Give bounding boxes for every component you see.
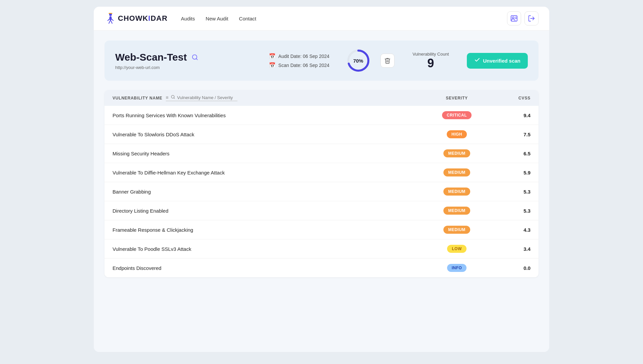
row-severity: LOW (423, 245, 490, 253)
row-severity: MEDIUM (423, 168, 490, 176)
app-container: CHOWKIDAR Audits New Audit Contact (94, 7, 549, 352)
row-cvss: 4.3 (490, 227, 530, 233)
trash-icon (384, 57, 391, 64)
audit-date-label: Audit Date: 06 Sep 2024 (278, 54, 330, 59)
svg-line-5 (111, 20, 112, 23)
search-icon (171, 95, 175, 100)
row-cvss: 5.9 (490, 170, 530, 175)
profile-icon (510, 15, 518, 22)
table-row[interactable]: Ports Running Services With Known Vulner… (104, 106, 539, 125)
row-vuln-name: Frameable Response & Clickjacking (113, 227, 423, 233)
progress-circle: 70% (346, 49, 370, 73)
row-cvss: 5.3 (490, 208, 530, 214)
row-severity: MEDIUM (423, 226, 490, 234)
nav-link-new-audit[interactable]: New Audit (206, 16, 228, 21)
svg-rect-6 (109, 13, 112, 14)
vuln-table: VULNERABILITY NAME ≡ SEVERITY CVSS (104, 90, 539, 277)
row-cvss: 6.5 (490, 151, 530, 156)
table-header: VULNERABILITY NAME ≡ SEVERITY CVSS (104, 90, 539, 106)
scan-date-label: Scan Date: 06 Sep 2024 (278, 63, 330, 68)
checkmark-icon (474, 57, 480, 65)
severity-badge: MEDIUM (443, 188, 470, 196)
row-cvss: 7.5 (490, 132, 530, 137)
table-row[interactable]: Banner Grabbing MEDIUM 5.3 (104, 182, 539, 201)
row-vuln-name: Missing Security Headers (113, 151, 423, 156)
scan-url: http://your-web-url.com (115, 65, 259, 70)
row-cvss: 9.4 (490, 113, 530, 118)
logo-icon (104, 12, 117, 24)
row-vuln-name: Vulnerable To Diffie-Hellman Key Exchang… (113, 170, 423, 175)
row-severity: INFO (423, 264, 490, 272)
unverified-scan-button[interactable]: Unverified scan (467, 53, 528, 69)
row-severity: MEDIUM (423, 149, 490, 157)
table-row[interactable]: Vulnerable To Diffie-Hellman Key Exchang… (104, 163, 539, 182)
calendar-icon: 📅 (269, 53, 276, 59)
vuln-count-box: Vulnerability Count 9 (413, 52, 449, 70)
main-content: Web-Scan-Test http://your-web-url.com 📅 … (94, 30, 549, 352)
row-vuln-name: Directory Listing Enabled (113, 208, 423, 214)
search-wrap: ≡ (166, 95, 237, 101)
table-row[interactable]: Directory Listing Enabled MEDIUM 5.3 (104, 201, 539, 220)
row-cvss: 3.4 (490, 246, 530, 252)
scan-calendar-icon: 📅 (269, 62, 276, 68)
filter-icon: ≡ (166, 95, 169, 100)
table-body: Ports Running Services With Known Vulner… (104, 106, 539, 277)
delete-button[interactable] (380, 54, 395, 68)
row-vuln-name: Banner Grabbing (113, 189, 423, 195)
col-cvss: CVSS (490, 96, 530, 100)
profile-button[interactable] (507, 11, 521, 25)
vuln-count-label: Vulnerability Count (413, 52, 449, 57)
row-severity: MEDIUM (423, 207, 490, 215)
logo-area: CHOWKIDAR (104, 12, 167, 24)
nav-link-audits[interactable]: Audits (181, 16, 195, 21)
severity-badge: MEDIUM (443, 149, 470, 157)
row-cvss: 5.3 (490, 189, 530, 195)
row-vuln-name: Vulnerable To Poodle SSLv3 Attack (113, 246, 423, 252)
scan-date-row: 📅 Scan Date: 06 Sep 2024 (269, 62, 330, 68)
progress-text: 70% (353, 58, 363, 64)
row-severity: MEDIUM (423, 188, 490, 196)
scan-title: Web-Scan-Test (115, 52, 187, 63)
severity-badge: MEDIUM (443, 168, 470, 176)
audit-dates: 📅 Audit Date: 06 Sep 2024 📅 Scan Date: 0… (269, 53, 330, 68)
row-vuln-name: Ports Running Services With Known Vulner… (113, 113, 423, 118)
table-row[interactable]: Missing Security Headers MEDIUM 6.5 (104, 144, 539, 163)
table-row[interactable]: Frameable Response & Clickjacking MEDIUM… (104, 220, 539, 239)
nav-links: Audits New Audit Contact (181, 16, 507, 21)
logout-icon (528, 15, 535, 22)
severity-badge: INFO (447, 264, 467, 272)
col-severity: SEVERITY (423, 96, 490, 100)
row-vuln-name: Endpoints Discovered (113, 265, 423, 271)
svg-line-4 (109, 20, 111, 23)
severity-badge: MEDIUM (443, 226, 470, 234)
row-severity: CRITICAL (423, 111, 490, 119)
col-name-label: VULNERABILITY NAME (113, 96, 162, 100)
scan-info: Web-Scan-Test http://your-web-url.com (115, 52, 259, 70)
table-row[interactable]: Endpoints Discovered INFO 0.0 (104, 259, 539, 277)
navbar: CHOWKIDAR Audits New Audit Contact (94, 7, 549, 30)
logo-text: CHOWKIDAR (118, 14, 167, 23)
table-row[interactable]: Vulnerable To Slowloris DDoS Attack HIGH… (104, 125, 539, 144)
row-severity: HIGH (423, 130, 490, 138)
scan-edit-icon[interactable] (190, 53, 200, 62)
unverified-label: Unverified scan (483, 58, 520, 64)
logout-button[interactable] (524, 11, 539, 25)
severity-badge: CRITICAL (442, 111, 472, 119)
severity-badge: LOW (447, 245, 467, 253)
vuln-count-number: 9 (413, 57, 449, 70)
search-input[interactable] (177, 95, 237, 100)
nav-actions (507, 11, 539, 25)
header-card: Web-Scan-Test http://your-web-url.com 📅 … (104, 41, 539, 81)
audit-date-row: 📅 Audit Date: 06 Sep 2024 (269, 53, 330, 59)
row-vuln-name: Vulnerable To Slowloris DDoS Attack (113, 132, 423, 137)
severity-badge: HIGH (447, 130, 467, 138)
scan-title-row: Web-Scan-Test (115, 52, 259, 63)
svg-point-8 (512, 17, 514, 19)
table-row[interactable]: Vulnerable To Poodle SSLv3 Attack LOW 3.… (104, 239, 539, 259)
nav-link-contact[interactable]: Contact (239, 16, 257, 21)
col-name: VULNERABILITY NAME ≡ (113, 95, 423, 101)
severity-badge: MEDIUM (443, 207, 470, 215)
row-cvss: 0.0 (490, 265, 530, 271)
